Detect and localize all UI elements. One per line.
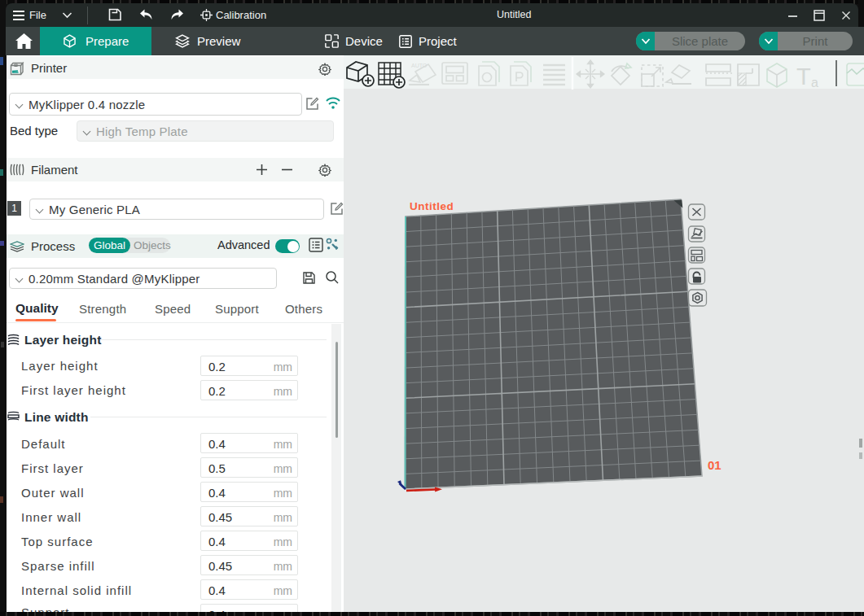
svg-text:AUTO: AUTO [411,63,428,68]
svg-text:Untitled: Untitled [410,200,454,212]
svg-text:T: T [796,63,811,90]
svg-text:01: 01 [708,458,721,472]
svg-text:a: a [811,76,818,90]
